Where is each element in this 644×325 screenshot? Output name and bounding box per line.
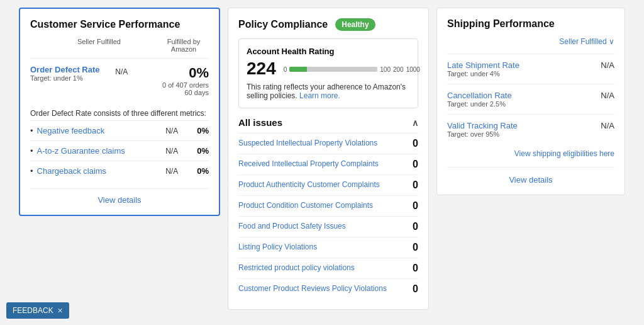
col1-header: Seller Fulfilled [77, 38, 121, 53]
sp-metric-row-2: Valid Tracking Rate N/A [447, 121, 614, 130]
order-defect-pct: 0% [162, 65, 209, 81]
sub-metric-row-0: • Negative feedback N/A 0% [30, 120, 209, 140]
issue-count-7: 0 [413, 283, 418, 295]
issue-count-2: 0 [413, 180, 418, 191]
ahr-section: Account Health Rating 224 0 100 200 1000… [238, 38, 418, 108]
issue-count-5: 0 [413, 242, 418, 253]
issue-row-7: Customer Product Reviews Policy Violatio… [238, 278, 418, 299]
issue-count-4: 0 [413, 221, 418, 232]
order-defect-na: N/A [115, 67, 128, 76]
healthy-badge: Healthy [335, 18, 375, 31]
bullet-0: • [30, 126, 33, 135]
pb-label-2: 200 [393, 66, 404, 73]
pb-green [289, 67, 307, 72]
issue-count-3: 0 [413, 200, 418, 212]
ahr-learn-more[interactable]: Learn more. [299, 91, 340, 100]
issue-link-1[interactable]: Received Intellectual Property Complaint… [238, 159, 379, 169]
sub-metric-label-1[interactable]: A-to-z Guarantee claims [37, 146, 166, 156]
sub-metric-pct-1: 0% [197, 146, 209, 156]
progress-bar [289, 67, 377, 72]
progress-bar-wrap: 0 100 200 1000 [284, 66, 420, 73]
issue-link-2[interactable]: Product Authenticity Customer Complaints [238, 180, 380, 190]
feedback-button[interactable]: FEEDBACK ✕ [6, 302, 69, 319]
sp-title: Shipping Performance [447, 18, 614, 30]
issue-link-3[interactable]: Product Condition Customer Complaints [238, 201, 373, 211]
sub-metric-pct-0: 0% [197, 126, 209, 135]
bullet-2: • [30, 166, 33, 176]
pb-gray [307, 67, 377, 72]
feedback-close-icon[interactable]: ✕ [57, 307, 63, 315]
ahr-rating-row: 224 0 100 200 1000 [247, 59, 410, 79]
policy-compliance-panel: Policy Compliance Healthy Account Health… [228, 8, 429, 310]
sub-metric-label-0[interactable]: Negative feedback [37, 126, 166, 135]
feedback-label: FEEDBACK [13, 306, 53, 315]
order-defect-row: Order Defect Rate Target: under 1% N/A 0… [30, 58, 209, 103]
order-defect-label: Order Defect Rate [30, 65, 100, 74]
issues-list: Suspected Intellectual Property Violatio… [238, 133, 418, 299]
sub-metric-label-2[interactable]: Chargeback claims [37, 166, 166, 176]
sp-metric-row-0: Late Shipment Rate N/A [447, 60, 614, 70]
view-eligibilities-link[interactable]: View shipping eligibilities here [447, 149, 614, 158]
issue-row-1: Received Intellectual Property Complaint… [238, 154, 418, 174]
sp-metric-target-1: Target: under 2.5% [447, 100, 614, 108]
issue-row-5: Listing Policy Violations 0 [238, 237, 418, 258]
sub-metric-na-1: N/A [165, 147, 178, 156]
sp-view-details[interactable]: View details [447, 167, 614, 185]
sub-metric-na-2: N/A [165, 167, 178, 176]
sp-metric-2: Valid Tracking Rate N/A Target: over 95% [447, 114, 614, 144]
defect-info-text: Order Defect Rate consists of three diff… [30, 109, 209, 118]
issue-row-3: Product Condition Customer Complaints 0 [238, 195, 418, 216]
sp-metric-0: Late Shipment Rate N/A Target: under 4% [447, 54, 614, 84]
ahr-number: 224 [247, 59, 276, 79]
all-issues-label: All issues [238, 117, 282, 128]
sp-metric-label-2[interactable]: Valid Tracking Rate [447, 121, 518, 130]
chevron-up-icon[interactable]: ∧ [412, 118, 418, 128]
csp-view-details[interactable]: View details [30, 188, 209, 205]
sp-metric-1: Cancellation Rate N/A Target: under 2.5% [447, 84, 614, 114]
pcp-title-row: Policy Compliance Healthy [238, 18, 418, 31]
sub-metric-row-1: • A-to-z Guarantee claims N/A 0% [30, 140, 209, 161]
col2-header: Fulfilled by Amazon [158, 38, 209, 53]
pb-label-3: 1000 [406, 66, 420, 73]
issue-row-2: Product Authenticity Customer Complaints… [238, 174, 418, 195]
pcp-title: Policy Compliance [238, 19, 328, 30]
pb-label-1: 100 [380, 66, 391, 73]
sub-metric-na-0: N/A [165, 127, 178, 135]
order-defect-target: Target: under 1% [30, 74, 100, 82]
sp-metric-row-1: Cancellation Rate N/A [447, 91, 614, 100]
issue-row-0: Suspected Intellectual Property Violatio… [238, 133, 418, 154]
issue-link-0[interactable]: Suspected Intellectual Property Violatio… [238, 139, 377, 149]
issue-link-4[interactable]: Food and Product Safety Issues [238, 222, 346, 232]
shipping-panel: Shipping Performance Seller Fulfilled ∨ … [436, 8, 625, 195]
sp-metric-val-1: N/A [601, 91, 614, 100]
customer-service-panel: Customer Service Performance Seller Fulf… [19, 8, 220, 216]
all-issues-header: All issues ∧ [238, 117, 418, 128]
issue-link-6[interactable]: Restricted product policy violations [238, 263, 355, 273]
order-defect-sub1: 0 of 407 orders [162, 81, 209, 89]
issue-link-5[interactable]: Listing Policy Violations [238, 242, 317, 253]
issue-row-4: Food and Product Safety Issues 0 [238, 216, 418, 237]
sp-metric-val-0: N/A [601, 60, 614, 70]
issue-count-1: 0 [413, 159, 418, 170]
csp-column-headers: Seller Fulfilled Fulfilled by Amazon [30, 38, 209, 53]
ahr-title: Account Health Rating [247, 47, 410, 56]
issue-row-6: Restricted product policy violations 0 [238, 258, 418, 278]
pb-label-0: 0 [284, 66, 287, 73]
shipping-metrics: Late Shipment Rate N/A Target: under 4% … [447, 54, 614, 144]
sp-metric-target-2: Target: over 95% [447, 130, 614, 138]
sub-metric-row-2: • Chargeback claims N/A 0% [30, 161, 209, 181]
issue-count-0: 0 [413, 138, 418, 149]
sp-metric-label-0[interactable]: Late Shipment Rate [447, 60, 519, 70]
sp-metric-label-1[interactable]: Cancellation Rate [447, 91, 512, 100]
issue-count-6: 0 [413, 263, 418, 274]
order-defect-sub2: 60 days [162, 89, 209, 96]
csp-title: Customer Service Performance [30, 19, 209, 30]
ahr-desc: This rating reflects your adherence to A… [247, 83, 410, 100]
issue-link-7[interactable]: Customer Product Reviews Policy Violatio… [238, 284, 387, 294]
bullet-1: • [30, 146, 33, 156]
sp-metric-val-2: N/A [601, 121, 614, 130]
sp-metric-target-0: Target: under 4% [447, 70, 614, 77]
seller-fulfilled-dropdown[interactable]: Seller Fulfilled ∨ [447, 37, 614, 46]
sub-metric-pct-2: 0% [197, 166, 209, 176]
